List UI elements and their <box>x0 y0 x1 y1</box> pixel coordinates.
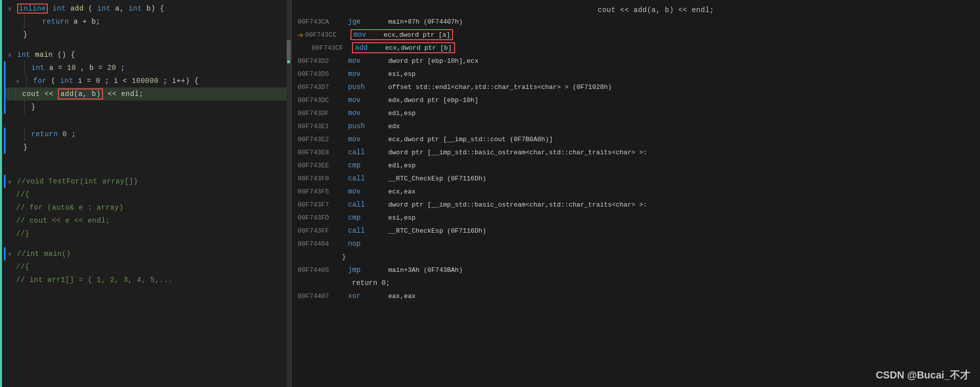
disasm-nop: 00F74404 nop <box>292 237 980 250</box>
op-add-b: ecx,dword ptr [b] <box>385 44 452 52</box>
op-cmp-edi: edi,esp <box>388 162 416 169</box>
disasm-brace: } <box>292 250 980 263</box>
mnem-cmp-edi: cmp <box>348 161 388 169</box>
disasm-call-rtc1: 00F743F0 call __RTC_CheckEsp (0F7116Dh) <box>292 172 980 185</box>
mnem-mov-edi: mov <box>348 109 388 117</box>
addr-mov-edi: 00F743DF <box>298 110 348 117</box>
disasm-mov-esi: 00F743D5 mov esi,esp <box>292 67 980 80</box>
disasm-push-edx: 00F743E1 push edx <box>292 120 980 133</box>
code-line-vars: int a = 10 , b = 20 ; <box>4 61 291 74</box>
gap-2 <box>4 114 291 121</box>
indent-guide-4 <box>8 87 15 101</box>
disasm-xor: 00F74407 xor eax,eax <box>292 289 980 303</box>
mnem-push-endl: push <box>348 83 388 91</box>
op-jge: main+87h (0F74407h) <box>388 18 463 26</box>
collapse-arrow-for[interactable]: ∨ <box>16 78 25 84</box>
addr-push-endl: 00F743D7 <box>298 83 348 91</box>
mnem-mov-esi: mov <box>348 70 388 78</box>
mnem-mov-edx: mov <box>348 96 388 104</box>
blue-left-bar-4 <box>4 101 6 114</box>
disasm-add-b: 00F743CF add ecx,dword ptr [b] <box>292 41 980 54</box>
gap-5 <box>4 161 291 168</box>
op-mov-cout: ecx,dword ptr [__imp_std::cout (0F7B0A8h… <box>388 136 553 143</box>
comment6-content: //int main() <box>17 250 71 258</box>
code-line-comment1: ∨ //void TestFor(int array[]) <box>4 175 291 188</box>
gap-6 <box>4 168 291 175</box>
op-call-rtc2: __RTC_CheckEsp (0F7116Dh) <box>388 227 486 235</box>
addr-cmp-edi: 00F743EE <box>298 162 348 169</box>
cout-content: cout << add(a, b) << endl; <box>22 88 143 100</box>
addr-add-b: 00F743CF <box>312 44 352 52</box>
comment7-content: //{ <box>16 263 30 271</box>
add-call-box: add(a, b) <box>58 88 103 100</box>
disasm-call-ostream2: 00F743F7 call dword ptr [__imp_std::basi… <box>292 198 980 211</box>
disasm-push-endl: 00F743D7 push offset std::endl<char,std:… <box>292 80 980 93</box>
op-mov-esi: esi,esp <box>388 70 416 78</box>
mnem-cmp-esi: cmp <box>348 214 388 222</box>
addr-jge: 00F743CA <box>298 18 348 26</box>
blue-left-bar-8 <box>4 247 6 260</box>
code-line-comment3: // for (auto& e : array) <box>4 201 291 214</box>
comment8-content: // int arr1[] = { 1, 2, 3, 4, 5,... <box>16 276 173 284</box>
line-2-content: return a + b; <box>42 18 101 26</box>
code-line-comment8: // int arr1[] = { 1, 2, 3, 4, 5,... <box>4 273 291 286</box>
source-code-panel: ∨ inline int add ( int a, int b) { retur… <box>0 0 292 387</box>
for-content: for ( int i = 0 ; i < 100000 ; i++) { <box>33 77 199 85</box>
disassembly-panel: cout << add(a, b) << endl; 00F743CA jge … <box>292 0 980 387</box>
collapse-arrow-comment2[interactable]: ∨ <box>8 251 17 257</box>
code-line-comment5: //} <box>4 227 291 240</box>
collapse-arrow-1[interactable]: ∨ <box>8 6 17 12</box>
blue-left-bar-6 <box>4 141 6 154</box>
vars-content: int a = 10 , b = 20 ; <box>31 64 125 72</box>
addr-cmp-esi: 00F743FD <box>298 214 348 222</box>
addr-mov-a: 00F743CC <box>305 31 350 39</box>
mnem-mov-a: mov <box>353 31 384 39</box>
blue-left-bar <box>4 61 6 74</box>
addr-mov-ecx-eax: 00F743F5 <box>298 188 348 196</box>
comment2-content: //{ <box>16 190 30 199</box>
code-line-main-close: } <box>4 141 291 154</box>
for-close-content: } <box>31 103 36 111</box>
disasm-mov-edx: 00F743DC mov edx,dword ptr [ebp-10h] <box>292 93 980 107</box>
main-close-content: } <box>23 143 28 151</box>
mnem-call-rtc2: call <box>348 227 388 235</box>
disasm-mov-cout: 00F743E2 mov ecx,dword ptr [__imp_std::c… <box>292 133 980 146</box>
code-line-2: return a + b; <box>4 15 291 28</box>
line-1-content: inline int add ( int a, int b) { <box>17 4 164 14</box>
addr-mov-edx: 00F743DC <box>298 96 348 104</box>
collapse-arrow-main[interactable]: ∨ <box>8 52 17 58</box>
scrollbar-thumb[interactable] <box>287 40 291 60</box>
scrollbar-track[interactable] <box>287 0 291 387</box>
code-line-comment6: ∨ //int main() <box>4 247 291 260</box>
disasm-mov-edi: 00F743DF mov edi,esp <box>292 107 980 120</box>
addr-call-rtc2: 00F743FF <box>298 227 348 235</box>
op-mov-ebp: dword ptr [ebp-10h],ecx <box>388 57 478 65</box>
addr-nop: 00F74404 <box>298 240 348 248</box>
comment1-content: //void TestFor(int array[]) <box>17 177 138 185</box>
op-call-ostream1: dword ptr [__imp_std::basic_ostream<char… <box>388 149 647 156</box>
gap-1 <box>4 41 291 48</box>
addr-push-edx: 00F743E1 <box>298 123 348 130</box>
mnem-mov-ecx-eax: mov <box>348 187 388 196</box>
disasm-mov-ebp: 00F743D2 mov dword ptr [ebp-10h],ecx <box>292 54 980 67</box>
op-call-ostream2: dword ptr [__imp_std::basic_ostream<char… <box>388 201 647 209</box>
main-content: int main () { <box>17 51 75 59</box>
addr-jmp: 00F74405 <box>298 266 348 274</box>
mnem-call-rtc1: call <box>348 174 388 182</box>
disasm-header: cout << add(a, b) << endl; <box>292 1 980 15</box>
op-cmp-esi: esi,esp <box>388 214 416 222</box>
op-push-endl: offset std::endl<char,std::char_traits<c… <box>388 83 612 91</box>
code-line-comment2: //{ <box>4 188 291 201</box>
addr-mov-esi: 00F743D5 <box>298 70 348 78</box>
addr-xor: 00F74407 <box>298 293 348 300</box>
disasm-content: cout << add(a, b) << endl; 00F743CA jge … <box>292 0 980 304</box>
indent-guide-5 <box>15 87 22 101</box>
header-text: cout << add(a, b) << endl; <box>598 6 714 14</box>
blue-left-bar-3 <box>4 87 6 101</box>
collapse-arrow-comment[interactable]: ∨ <box>8 178 17 185</box>
red-box-add: add ecx,dword ptr [b] <box>352 42 455 53</box>
addr-call-ostream1: 00F743E8 <box>298 149 348 156</box>
indent-guide-6 <box>24 101 31 114</box>
disasm-call-ostream1: 00F743E8 call dword ptr [__imp_std::basi… <box>292 146 980 159</box>
addr-call-rtc1: 00F743F0 <box>298 175 348 182</box>
